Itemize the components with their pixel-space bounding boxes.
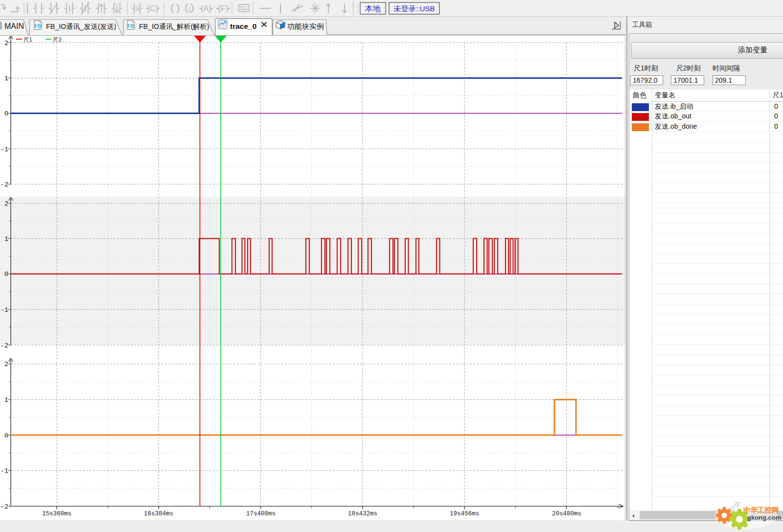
svg-text:18s432ms: 18s432ms: [348, 510, 377, 517]
svg-text:{A}: {A}: [201, 4, 212, 13]
svg-text:本地: 本地: [365, 4, 381, 13]
svg-text:{F}: {F}: [218, 4, 229, 13]
svg-text:未登录::USB: 未登录::USB: [393, 4, 435, 13]
svg-text:-2: -2: [0, 342, 8, 349]
svg-text:中华工控网: 中华工控网: [743, 506, 779, 514]
svg-text:1: 1: [4, 235, 8, 243]
svg-text:15s360ms: 15s360ms: [42, 510, 71, 517]
svg-text:FB: FB: [128, 23, 134, 29]
svg-text:1: 1: [4, 75, 8, 82]
svg-text:2: 2: [4, 361, 8, 368]
svg-text:-1: -1: [0, 306, 8, 314]
svg-text:S: S: [135, 5, 139, 12]
svg-text:16s384ms: 16s384ms: [144, 510, 173, 517]
svg-text:-1: -1: [0, 467, 8, 475]
svg-text:-2: -2: [0, 503, 8, 510]
svg-text:[C]: [C]: [147, 4, 158, 13]
svg-text:FB: FB: [35, 23, 41, 29]
svg-text:17s408ms: 17s408ms: [246, 510, 276, 517]
svg-text:MAIN: MAIN: [4, 22, 24, 30]
svg-text:trace_0: trace_0: [230, 22, 256, 30]
svg-text:FB_IO通讯_发送(发送): FB_IO通讯_发送(发送): [46, 23, 116, 30]
svg-text:功能块实例: 功能块实例: [287, 22, 324, 30]
svg-text:19s456ms: 19s456ms: [450, 510, 479, 517]
svg-text:FB_IO通讯_解析(解析): FB_IO通讯_解析(解析): [139, 23, 209, 30]
svg-text:20s480ms: 20s480ms: [552, 510, 581, 517]
svg-text:2: 2: [4, 200, 8, 208]
svg-text:0: 0: [4, 432, 8, 439]
svg-text:尺2: 尺2: [53, 37, 62, 43]
svg-text:-2: -2: [0, 181, 8, 188]
svg-text:尺1: 尺1: [23, 37, 32, 43]
svg-text:0: 0: [4, 110, 8, 117]
svg-text:-1: -1: [0, 146, 8, 153]
svg-text:gkong.com: gkong.com: [747, 514, 781, 521]
svg-text:0: 0: [4, 271, 8, 278]
svg-text:1: 1: [4, 396, 8, 404]
svg-text:2: 2: [4, 40, 8, 47]
svg-text:|: |: [188, 5, 190, 12]
